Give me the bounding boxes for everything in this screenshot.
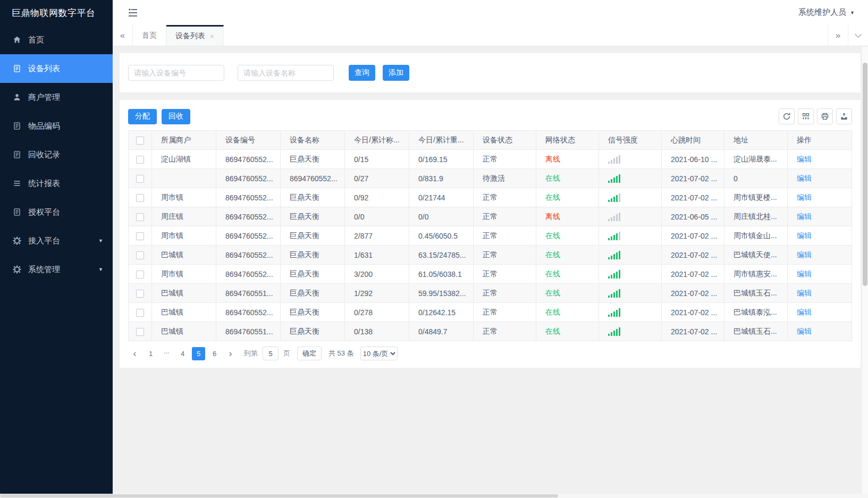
cell-merchant: 周市镇 <box>152 265 216 284</box>
edit-link[interactable]: 编辑 <box>797 212 812 221</box>
row-checkbox-cell <box>129 188 152 207</box>
sidebar-item-label: 授权平台 <box>28 207 60 217</box>
columns-icon <box>802 112 810 121</box>
page-button-1[interactable]: 1 <box>144 347 157 360</box>
tab-home[interactable]: 首页 <box>133 25 166 46</box>
column-header: 信号强度 <box>599 131 662 150</box>
edit-link[interactable]: 编辑 <box>797 327 812 335</box>
sidebar-item-access-platform[interactable]: 接入平台▼ <box>0 226 113 255</box>
cell-today-count: 0/138 <box>345 322 409 341</box>
row-checkbox[interactable] <box>136 251 144 259</box>
device-table-panel: 分配 回收 所属商户设备编号设备名称今日/累计称...今日/累计重...设备状态… <box>120 100 861 368</box>
signal-bar <box>608 257 610 259</box>
edit-link[interactable]: 编辑 <box>797 155 812 163</box>
row-checkbox[interactable] <box>136 290 144 298</box>
signal-bar <box>613 311 615 317</box>
column-header: 心跳时间 <box>662 131 724 150</box>
edit-link[interactable]: 编辑 <box>797 289 812 297</box>
sidebar-item-label: 接入平台 <box>28 236 60 246</box>
tabs-menu-button[interactable] <box>848 25 868 46</box>
page-size-select[interactable]: 10 条/页 <box>360 347 398 360</box>
row-checkbox[interactable] <box>136 194 144 202</box>
row-checkbox[interactable] <box>136 175 144 183</box>
cell-today-count: 0/15 <box>345 150 409 169</box>
horizontal-scrollbar[interactable] <box>0 494 868 498</box>
goto-page-input[interactable] <box>263 347 279 360</box>
edit-link[interactable]: 编辑 <box>797 308 812 316</box>
close-icon[interactable]: × <box>210 32 214 40</box>
row-checkbox[interactable] <box>136 213 144 221</box>
cell-network-status: 在线 <box>536 284 599 303</box>
page-button-6[interactable]: 6 <box>208 347 221 360</box>
cell-signal <box>599 150 662 169</box>
table-row: 巴城镇8694760552...巨鼎天衡0/2780/12642.15正常在线2… <box>129 303 852 322</box>
print-button[interactable] <box>817 108 833 124</box>
page-button-4[interactable]: 4 <box>176 347 189 360</box>
export-button[interactable] <box>836 108 852 124</box>
row-checkbox[interactable] <box>136 232 144 240</box>
tab-devices[interactable]: 设备列表× <box>166 25 224 46</box>
confirm-button[interactable]: 确定 <box>297 347 322 360</box>
prev-page-button[interactable]: ‹ <box>128 347 141 360</box>
menu-collapse-icon[interactable] <box>128 8 138 18</box>
cell-network-status: 在线 <box>536 303 599 322</box>
edit-link[interactable]: 编辑 <box>797 174 812 182</box>
vertical-scrollbar-thumb[interactable] <box>863 63 867 286</box>
device-name-input[interactable] <box>238 65 334 81</box>
column-header: 今日/累计称... <box>345 131 409 150</box>
assign-button[interactable]: 分配 <box>128 109 157 124</box>
sidebar-item-auth-platform[interactable]: 授权平台 <box>0 198 113 226</box>
query-button[interactable]: 查询 <box>349 65 375 81</box>
sidebar-item-home[interactable]: 首页 <box>0 26 113 54</box>
signal-strength-icon <box>608 174 659 183</box>
table-row: 周市镇8694760552...巨鼎天衡3/20061.05/6038.1正常在… <box>129 265 852 284</box>
refresh-button[interactable] <box>779 108 795 124</box>
page-button-5[interactable]: 5 <box>192 347 205 360</box>
row-checkbox-cell <box>129 303 152 322</box>
row-checkbox[interactable] <box>136 156 144 164</box>
cell-device-name: 巨鼎天衡 <box>281 246 345 265</box>
column-header: 地址 <box>724 131 788 150</box>
row-checkbox[interactable] <box>136 328 144 336</box>
cell-merchant: 周庄镇 <box>152 207 216 226</box>
add-button[interactable]: 添加 <box>383 65 409 81</box>
signal-bar <box>619 174 620 183</box>
cell-merchant: 周市镇 <box>152 188 216 207</box>
signal-bar <box>616 329 618 336</box>
cell-signal <box>599 265 662 284</box>
sidebar-item-merchants[interactable]: 商户管理 <box>0 83 113 112</box>
edit-link[interactable]: 编辑 <box>797 250 812 259</box>
vertical-scrollbar[interactable] <box>862 47 868 494</box>
tabs-scroll-right-button[interactable]: » <box>828 25 848 46</box>
columns-button[interactable] <box>798 108 814 124</box>
cell-today-weight: 0/21744 <box>409 188 474 207</box>
tabs-scroll-left-button[interactable]: « <box>113 25 133 46</box>
sidebar-item-devices[interactable]: 设备列表 <box>0 54 113 83</box>
recycle-button[interactable]: 回收 <box>162 109 190 124</box>
cell-device-status: 正常 <box>474 284 536 303</box>
horizontal-scrollbar-thumb[interactable] <box>0 494 558 497</box>
edit-link[interactable]: 编辑 <box>797 193 812 201</box>
sidebar-item-item-code[interactable]: 物品编码 <box>0 112 113 140</box>
signal-bar <box>619 155 620 164</box>
edit-link[interactable]: 编辑 <box>797 269 812 278</box>
select-all-checkbox[interactable] <box>136 137 144 145</box>
sidebar-item-recycle-records[interactable]: 回收记录 <box>0 140 113 169</box>
next-page-button[interactable]: › <box>224 347 237 360</box>
user-menu[interactable]: 系统维护人员 ▼ <box>798 7 855 18</box>
signal-strength-icon <box>608 251 659 259</box>
cell-today-weight: 0.45/6050.5 <box>409 226 474 246</box>
signal-bar <box>616 176 618 183</box>
row-checkbox[interactable] <box>136 271 144 278</box>
sidebar-item-reports[interactable]: 统计报表 <box>0 169 113 198</box>
tabs-container: 首页设备列表× <box>133 25 224 46</box>
signal-strength-icon <box>608 327 659 336</box>
signal-bar <box>619 327 620 336</box>
edit-link[interactable]: 编辑 <box>797 231 812 240</box>
sidebar-item-system[interactable]: 系统管理▼ <box>0 255 113 284</box>
column-header: 操作 <box>788 131 852 150</box>
row-checkbox[interactable] <box>136 309 144 317</box>
sidebar-item-label: 物品编码 <box>28 121 60 131</box>
signal-bar <box>613 273 615 278</box>
device-no-input[interactable] <box>128 65 224 81</box>
